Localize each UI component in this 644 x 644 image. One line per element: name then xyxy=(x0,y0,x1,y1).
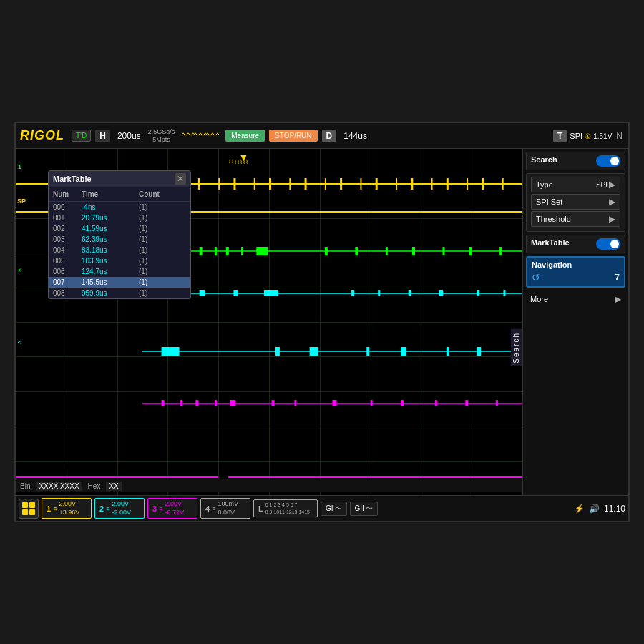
mark-table-row[interactable]: 001 20.79us (1) xyxy=(49,213,190,223)
cyan-trace-2 xyxy=(142,346,522,356)
svg-rect-67 xyxy=(371,400,373,406)
search-section: Search xyxy=(526,152,625,170)
svg-rect-48 xyxy=(503,290,505,296)
mark-table-row[interactable]: 008 959.9us (1) xyxy=(49,288,190,298)
mark-cell-num: 001 xyxy=(52,213,80,223)
svg-rect-62 xyxy=(215,400,217,406)
more-button[interactable]: More ▶ xyxy=(526,292,625,306)
mark-table-row[interactable]: 005 103.9us (1) xyxy=(49,255,190,266)
t-label: T xyxy=(553,130,567,142)
svg-rect-61 xyxy=(195,400,198,406)
bin-value: XXXX XXXX xyxy=(36,482,82,491)
ch1-info[interactable]: 1 ≡ 2.00V +3.96V xyxy=(42,498,92,519)
grid-cell-1 xyxy=(22,502,28,508)
mark-cell-num: 003 xyxy=(52,234,80,245)
ch2-info[interactable]: 2 ≡ 2.00V -2.00V xyxy=(94,498,145,519)
osc-area: SP 1 ⊲ ⊲ xyxy=(16,149,628,495)
svg-rect-37 xyxy=(499,247,502,255)
svg-rect-14 xyxy=(396,178,397,190)
svg-rect-6 xyxy=(254,178,255,190)
mark-cell-count: (1) xyxy=(137,202,180,213)
mark-cell-count: (1) xyxy=(137,223,180,234)
svg-rect-9 xyxy=(305,178,307,190)
ch2-volt: 2.00V xyxy=(112,500,131,509)
svg-rect-41 xyxy=(233,290,238,296)
ch2-values: 2.00V -2.00V xyxy=(112,500,131,517)
mark-cell-count: (1) xyxy=(137,277,180,288)
type-button[interactable]: Type SPI ▶ xyxy=(531,177,620,192)
mark-cell-time: 145.5us xyxy=(80,277,137,288)
ch4-values: 100mV 0.00V xyxy=(218,500,238,517)
stop-run-button[interactable]: STOP/RUN xyxy=(269,130,318,142)
svg-rect-52 xyxy=(310,347,318,356)
hex-value: XX xyxy=(106,482,121,491)
svg-rect-19 xyxy=(482,178,484,190)
mark-cell-num: 005 xyxy=(52,255,80,266)
trigger-marker: 〰〰〰 xyxy=(182,128,218,143)
ch3-values: 2.00V -6.72V xyxy=(165,500,184,517)
svg-rect-40 xyxy=(200,290,205,296)
svg-rect-51 xyxy=(275,347,280,356)
grid-menu-button[interactable] xyxy=(19,499,39,519)
svg-rect-7 xyxy=(269,178,271,190)
svg-rect-50 xyxy=(162,347,180,356)
type-arrow-icon: ▶ xyxy=(609,180,615,190)
bottom-bar: 1 ≡ 2.00V +3.96V 2 ≡ 2.00V -2.00V 3 ≡ 2.… xyxy=(16,495,628,521)
ch3-offset: -6.72V xyxy=(165,509,184,517)
ch3-number: 3 xyxy=(152,504,157,513)
search-toggle[interactable] xyxy=(596,155,620,167)
mark-table-row[interactable]: 006 124.7us (1) xyxy=(49,266,190,277)
bin-label: Bin xyxy=(20,482,30,490)
ch4-info[interactable]: 4 ≡ 100mV 0.00V xyxy=(200,498,250,519)
mark-cell-count: (1) xyxy=(137,266,180,277)
svg-rect-18 xyxy=(467,178,468,190)
l-info[interactable]: L 0 1 2 3 4 5 6 7 8 9 1011 1213 1415 xyxy=(253,499,318,517)
svg-rect-68 xyxy=(401,400,404,406)
magenta-trace xyxy=(142,398,522,406)
mark-cell-num: 008 xyxy=(52,288,80,298)
mark-table-row[interactable]: 000 -4ns (1) xyxy=(49,202,190,213)
measure-button[interactable]: Measure xyxy=(225,130,265,142)
grid-cell-4 xyxy=(29,509,35,515)
usb-icon: ⚡ xyxy=(574,504,585,514)
svg-rect-64 xyxy=(272,400,275,406)
green-trace xyxy=(142,246,522,256)
ch1-number: 1 xyxy=(47,504,51,513)
svg-rect-12 xyxy=(360,178,361,190)
gii-button[interactable]: GII 〜 xyxy=(350,502,378,516)
mark-cell-num: 000 xyxy=(52,202,80,213)
threshold-arrow-icon: ▶ xyxy=(609,214,615,224)
svg-rect-59 xyxy=(162,400,165,406)
mark-table-header: MarkTable ✕ xyxy=(49,171,190,187)
spi-set-button[interactable]: SPI Set ▶ xyxy=(531,194,620,210)
trigger-pattern: ⌇⌇⌇⌇⌇⌇⌇ xyxy=(228,159,248,165)
mark-table-row[interactable]: 003 62.39us (1) xyxy=(49,234,190,245)
mark-table-title: MarkTable xyxy=(53,175,92,183)
svg-rect-17 xyxy=(447,178,449,190)
gi-label: GI xyxy=(326,504,333,512)
search-vertical-text: Search xyxy=(511,329,522,366)
mark-table-close-button[interactable]: ✕ xyxy=(175,173,186,185)
grid-cell-2 xyxy=(29,502,35,508)
threshold-button[interactable]: Threshold ▶ xyxy=(531,211,620,227)
svg-rect-42 xyxy=(264,290,278,296)
grid-cell-3 xyxy=(22,509,28,515)
waveform-display: SP 1 ⊲ ⊲ xyxy=(16,149,522,495)
ch1-offset: +3.96V xyxy=(59,509,79,517)
ch2-number: 2 xyxy=(99,504,104,513)
mark-cell-num: 002 xyxy=(52,223,80,234)
mark-cell-num: 007 xyxy=(52,277,80,288)
gi-button[interactable]: GI 〜 xyxy=(321,502,347,516)
mark-table-row[interactable]: 002 41.59us (1) xyxy=(49,223,190,234)
svg-rect-16 xyxy=(431,178,433,190)
gii-label: GII xyxy=(355,504,364,512)
d-label: D xyxy=(322,130,337,142)
ch3-info[interactable]: 3 ≡ 2.00V -6.72V xyxy=(147,498,197,519)
mark-table-row[interactable]: 007 145.5us (1) xyxy=(49,277,190,288)
svg-rect-32 xyxy=(355,247,358,255)
marktable-toggle[interactable] xyxy=(596,238,620,250)
ch4-volt: 100mV xyxy=(218,500,238,509)
mark-table-row[interactable]: 004 83.18us (1) xyxy=(49,245,190,255)
marktable-section: MarkTable xyxy=(526,235,625,253)
svg-rect-3 xyxy=(198,178,200,190)
